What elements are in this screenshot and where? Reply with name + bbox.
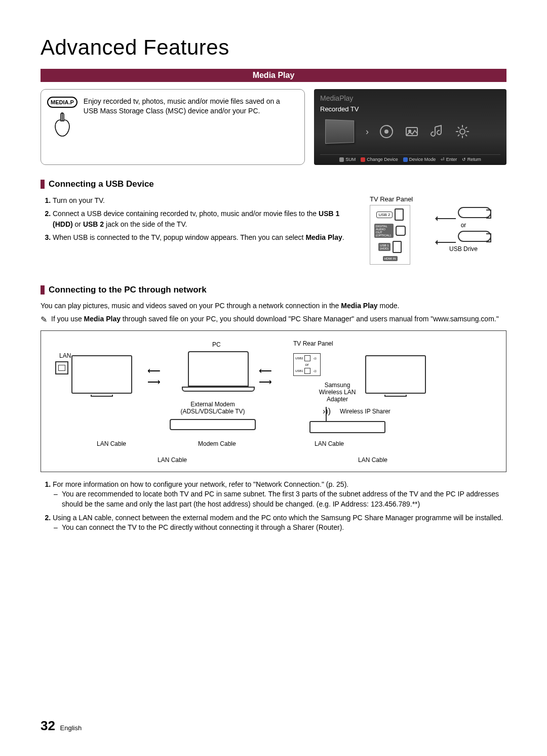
svg-point-4 — [460, 129, 465, 134]
pc-step-1-sub: You are recommended to locate both TV an… — [62, 489, 506, 509]
svg-line-12 — [465, 127, 467, 129]
usb1-port-label: USB 1(HDD) — [378, 243, 390, 251]
settings-icon — [455, 124, 470, 139]
optical-port-label: DIGITALAUDIO OUT(OPTICAL) — [374, 224, 394, 238]
subhead-marker — [41, 180, 45, 189]
svg-line-10 — [465, 135, 467, 136]
lan-port-icon — [55, 361, 68, 374]
tv-rear-label: TV Rear Panel — [293, 340, 333, 347]
tv-sum-label: SUM — [339, 157, 356, 162]
pc-step-1: For more information on how to configure… — [53, 479, 506, 509]
arrow-icon — [436, 242, 456, 243]
usb-step-3: When USB is connected to the TV, popup w… — [53, 232, 358, 242]
usb1-port-icon — [393, 241, 402, 253]
lan-cable-label: LAN Cable — [315, 440, 344, 447]
chevron-right-icon: › — [366, 127, 369, 137]
pc-label: PC — [212, 341, 221, 348]
note-icon: ✎ — [41, 314, 47, 325]
mini-port-stack: USB2›)) or USB1›)) — [293, 353, 321, 376]
recorded-tv-thumb — [325, 119, 354, 144]
lan-cable-label: LAN Cable — [97, 440, 126, 447]
subhead-marker — [41, 285, 45, 295]
double-arrow-icon: ⟵⟶ — [259, 365, 271, 388]
pc-steps-list: For more information on how to configure… — [41, 479, 506, 532]
tv-panel-title: MediaPlay — [320, 94, 500, 102]
hdmi-port-label: HDMI IN — [383, 256, 398, 261]
usb-step-2: Connect a USB device containing recorded… — [53, 208, 358, 229]
page-footer: 32 English — [41, 718, 82, 734]
tv-panel-subtitle: Recorded TV — [320, 105, 500, 113]
section-header-bar: Media Play — [41, 69, 506, 82]
tv-mediaplay-panel: MediaPlay Recorded TV › SUM Change Devic… — [314, 89, 506, 165]
usb-steps-list: Turn on your TV. Connect a USB device co… — [41, 195, 358, 265]
arrow-icon — [436, 218, 456, 219]
rear-panel-label: TV Rear Panel — [370, 195, 506, 203]
svg-line-9 — [458, 127, 459, 129]
svg-point-1 — [384, 130, 388, 134]
modem-cable-label: Modem Cable — [198, 440, 236, 447]
tv-enter[interactable]: ⏎ Enter — [441, 157, 457, 162]
usb-drive-icon — [458, 207, 491, 218]
router-icon — [309, 421, 385, 433]
photos-icon — [404, 124, 419, 139]
pc-step-2: Using a LAN cable, connect between the e… — [53, 513, 506, 533]
optical-port-icon — [396, 226, 406, 236]
pc-intro-text: You can play pictures, music and videos … — [41, 301, 506, 311]
hand-press-icon — [52, 111, 72, 138]
tv-device-mode[interactable]: Device Mode — [403, 157, 436, 162]
media-play-description: Enjoy recorded tv, photos, music and/or … — [84, 97, 296, 116]
lan-cable-label: LAN Cable — [158, 456, 187, 464]
usb-step-1: Turn on your TV. — [53, 195, 358, 205]
music-icon — [429, 124, 445, 139]
tv-return[interactable]: ↺ Return — [462, 157, 481, 162]
usb-drive-icon — [458, 231, 491, 242]
wireless-sharer-label: Wireless IP Sharer — [340, 408, 390, 415]
media-play-intro-box: MEDIA.P Enjoy recorded tv, photos, music… — [41, 89, 305, 165]
usb-drive-label: USB Drive — [449, 245, 478, 253]
usb2-port-icon — [395, 208, 404, 221]
pc-section-heading: Connecting to the PC through network — [49, 285, 207, 295]
lan-label: LAN — [59, 352, 71, 359]
adapter-label: Samsung Wireless LAN Adapter — [315, 382, 360, 403]
usb2-port-label: USB 2 — [376, 212, 392, 218]
pc-note-text: If you use Media Play through saved file… — [51, 314, 499, 325]
mediap-button[interactable]: MEDIA.P — [47, 97, 77, 108]
videos-icon — [379, 124, 394, 139]
double-arrow-icon: ⟵⟶ — [147, 365, 160, 388]
tv-change-device[interactable]: Change Device — [361, 157, 398, 162]
tv-rear-panel-diagram: TV Rear Panel USB 2 DIGITALAUDIO OUT(OPT… — [370, 195, 506, 265]
page-language: English — [60, 724, 82, 732]
ext-modem-label: External Modem (ADSL/VDSL/Cable TV) — [170, 401, 256, 415]
lan-cable-label: LAN Cable — [358, 456, 387, 464]
usb-section-heading: Connecting a USB Device — [49, 179, 154, 189]
or-label: or — [461, 222, 466, 229]
network-diagram: LAN ⟵⟶ PC ⟵⟶ TV Rear Panel USB2›)) or US… — [41, 330, 506, 472]
svg-line-11 — [458, 135, 459, 136]
pc-step-2-sub: You can connect the TV to the PC directl… — [62, 523, 506, 533]
page-title: Advanced Features — [41, 35, 506, 60]
modem-icon — [170, 419, 256, 430]
page-number: 32 — [41, 718, 55, 733]
